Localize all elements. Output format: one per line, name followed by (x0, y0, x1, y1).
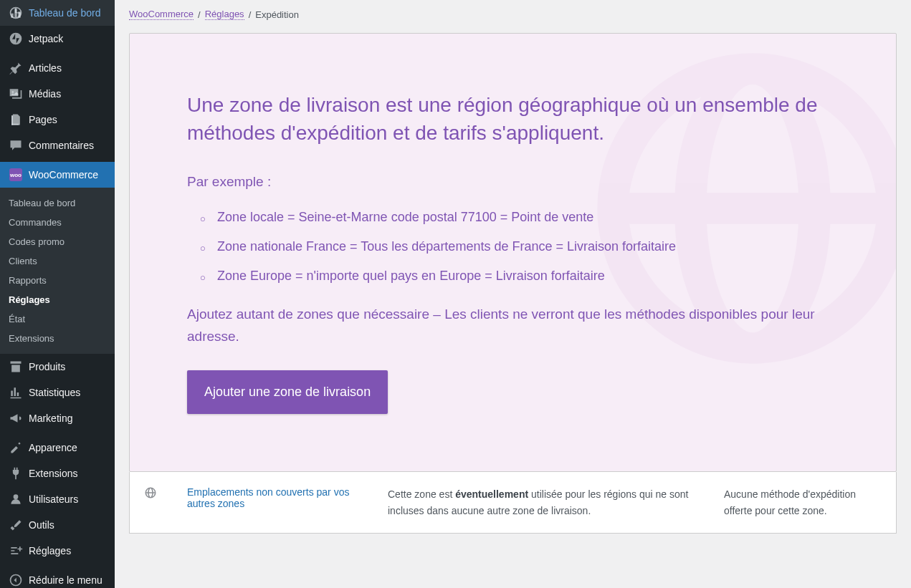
submenu-item-coupons[interactable]: Codes promo (0, 232, 115, 251)
sidebar-label: WooCommerce (29, 169, 98, 180)
breadcrumb: WooCommerce / Réglages / Expédition (129, 0, 897, 29)
info-example-item: Zone locale = Seine-et-Marne code postal… (200, 210, 818, 225)
main-content: WooCommerce / Réglages / Expédition Une … (115, 0, 911, 588)
sidebar-item-analytics[interactable]: Statistiques (0, 380, 115, 405)
sidebar-item-tools[interactable]: Outils (0, 512, 115, 538)
sidebar-item-collapse[interactable]: Réduire le menu (0, 567, 115, 588)
sidebar-item-pages[interactable]: Pages (0, 107, 115, 132)
jetpack-icon (9, 32, 23, 46)
submenu-item-extensions[interactable]: Extensions (0, 329, 115, 348)
stats-icon (9, 385, 23, 400)
megaphone-icon (9, 411, 23, 425)
comments-icon (9, 138, 23, 153)
sidebar-label: Apparence (29, 442, 77, 453)
zone-name-col: Emplacements non couverts par vos autres… (187, 486, 359, 509)
breadcrumb-sep: / (198, 9, 201, 20)
svg-point-2 (12, 91, 14, 93)
submenu-item-dashboard[interactable]: Tableau de bord (0, 193, 115, 213)
sidebar-item-settings[interactable]: Réglages (0, 538, 115, 564)
users-icon (9, 492, 23, 506)
sidebar-label: Médias (29, 88, 61, 100)
settings-icon (9, 544, 23, 558)
sidebar-item-posts[interactable]: Articles (0, 55, 115, 81)
info-heading: Une zone de livraison est une région géo… (187, 91, 818, 147)
shipping-info-card: Une zone de livraison est une région géo… (129, 33, 897, 472)
info-examples-list: Zone locale = Seine-et-Marne code postal… (200, 210, 818, 284)
zone-method-col: Aucune méthode d'expédition offerte pour… (724, 486, 882, 519)
submenu-item-customers[interactable]: Clients (0, 251, 115, 271)
sidebar-item-appearance[interactable]: Apparence (0, 435, 115, 461)
sidebar-label: Extensions (29, 468, 77, 479)
sidebar-label: Réduire le menu (29, 574, 102, 586)
zone-desc-strong: éventuellement (455, 488, 528, 500)
sidebar-label: Produits (29, 361, 65, 372)
sidebar-item-media[interactable]: Médias (0, 81, 115, 107)
info-example-item: Zone nationale France = Tous les départe… (200, 239, 818, 254)
zone-desc-col: Cette zone est éventuellement utilisée p… (388, 486, 695, 519)
submenu-item-reports[interactable]: Rapports (0, 271, 115, 290)
sidebar-item-comments[interactable]: Commentaires (0, 132, 115, 158)
sidebar-label: Pages (29, 114, 57, 125)
breadcrumb-settings[interactable]: Réglages (205, 9, 244, 20)
media-icon (9, 87, 23, 101)
info-paragraph: Ajoutez autant de zones que nécessaire –… (187, 304, 818, 347)
pin-icon (9, 61, 23, 75)
svg-point-1 (10, 33, 22, 45)
zone-desc-prefix: Cette zone est (388, 488, 455, 500)
collapse-icon (9, 573, 23, 587)
dashboard-icon (9, 6, 23, 20)
globe-icon (144, 486, 158, 501)
sidebar-label: Jetpack (29, 33, 63, 44)
pages-icon (9, 112, 23, 127)
sidebar-label: Statistiques (29, 387, 80, 398)
submenu-item-settings[interactable]: Réglages (0, 290, 115, 309)
breadcrumb-sep: / (249, 9, 252, 20)
uncovered-zone-row: Emplacements non couverts par vos autres… (129, 472, 897, 534)
woocommerce-submenu: Tableau de bord Commandes Codes promo Cl… (0, 188, 115, 354)
svg-rect-3 (11, 115, 13, 125)
sidebar-item-products[interactable]: Produits (0, 354, 115, 380)
plugins-icon (9, 466, 23, 481)
submenu-item-orders[interactable]: Commandes (0, 213, 115, 232)
admin-sidebar: Tableau de bord Jetpack Articles Médias … (0, 0, 115, 588)
archive-icon (9, 360, 23, 374)
info-example-item: Zone Europe = n'importe quel pays en Eur… (200, 269, 818, 284)
sidebar-item-dashboard[interactable]: Tableau de bord (0, 0, 115, 26)
sidebar-label: Tableau de bord (29, 7, 100, 19)
add-shipping-zone-button[interactable]: Ajouter une zone de livraison (187, 370, 388, 414)
info-example-label: Par exemple : (187, 174, 818, 190)
sidebar-label: Commentaires (29, 140, 94, 151)
zone-name-link[interactable]: Emplacements non couverts par vos autres… (187, 486, 349, 509)
sidebar-label: Articles (29, 62, 62, 74)
sidebar-label: Marketing (29, 413, 72, 424)
sidebar-item-marketing[interactable]: Marketing (0, 405, 115, 431)
appearance-icon (9, 440, 23, 455)
svg-point-5 (14, 494, 19, 499)
submenu-item-status[interactable]: État (0, 309, 115, 329)
svg-rect-4 (11, 124, 19, 125)
sidebar-item-woocommerce[interactable]: woo WooCommerce (0, 162, 115, 188)
breadcrumb-woocommerce[interactable]: WooCommerce (129, 9, 194, 20)
sidebar-label: Utilisateurs (29, 493, 78, 505)
sidebar-label: Outils (29, 519, 54, 531)
sidebar-item-jetpack[interactable]: Jetpack (0, 26, 115, 52)
tools-icon (9, 518, 23, 532)
sidebar-item-users[interactable]: Utilisateurs (0, 486, 115, 512)
woo-icon: woo (9, 168, 23, 182)
breadcrumb-current: Expédition (255, 9, 299, 20)
sidebar-label: Réglages (29, 545, 71, 556)
sidebar-item-plugins[interactable]: Extensions (0, 461, 115, 486)
